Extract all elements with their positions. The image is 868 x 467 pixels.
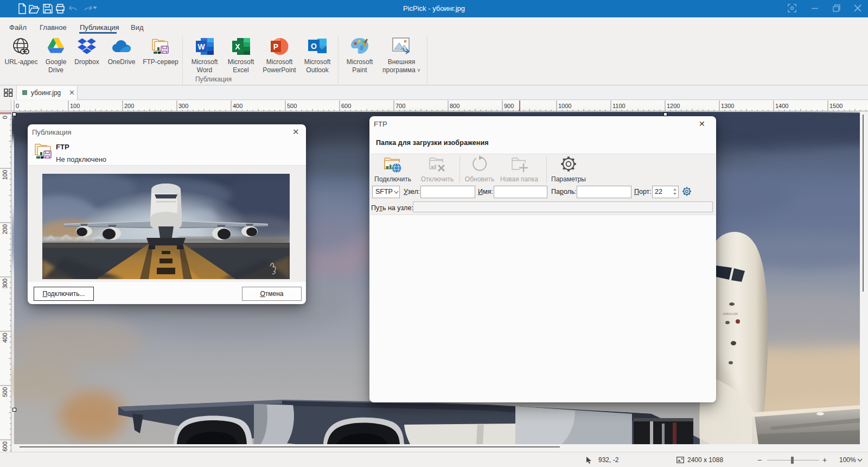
- svg-text:1500: 1500: [829, 103, 843, 109]
- svg-text:400: 400: [2, 333, 8, 343]
- svg-text:200: 200: [124, 103, 134, 109]
- svg-text:900: 900: [504, 103, 514, 109]
- svg-text:600: 600: [2, 441, 8, 451]
- svg-text:0: 0: [2, 116, 8, 119]
- svg-text:300: 300: [2, 279, 8, 288]
- svg-text:0: 0: [16, 103, 19, 109]
- svg-text:1000: 1000: [558, 103, 571, 109]
- svg-text:400: 400: [233, 103, 242, 109]
- svg-text:600: 600: [341, 103, 351, 109]
- svg-text:500: 500: [2, 387, 8, 397]
- svg-text:300: 300: [178, 103, 188, 109]
- svg-text:800: 800: [450, 103, 459, 109]
- svg-text:100: 100: [70, 103, 80, 109]
- svg-text:200: 200: [2, 224, 8, 234]
- svg-text:W: W: [197, 42, 205, 51]
- svg-text:1300: 1300: [721, 103, 734, 109]
- svg-text:O: O: [311, 42, 317, 51]
- svg-text:1100: 1100: [612, 103, 626, 109]
- svg-text:AIRBUS A380: AIRBUS A380: [723, 313, 738, 315]
- svg-text:700: 700: [395, 103, 405, 109]
- svg-text:100: 100: [2, 170, 8, 180]
- svg-text:1400: 1400: [775, 103, 788, 109]
- svg-text:X: X: [235, 42, 240, 51]
- svg-text:500: 500: [287, 103, 297, 109]
- svg-text:1200: 1200: [667, 103, 680, 109]
- svg-text:P: P: [273, 42, 278, 51]
